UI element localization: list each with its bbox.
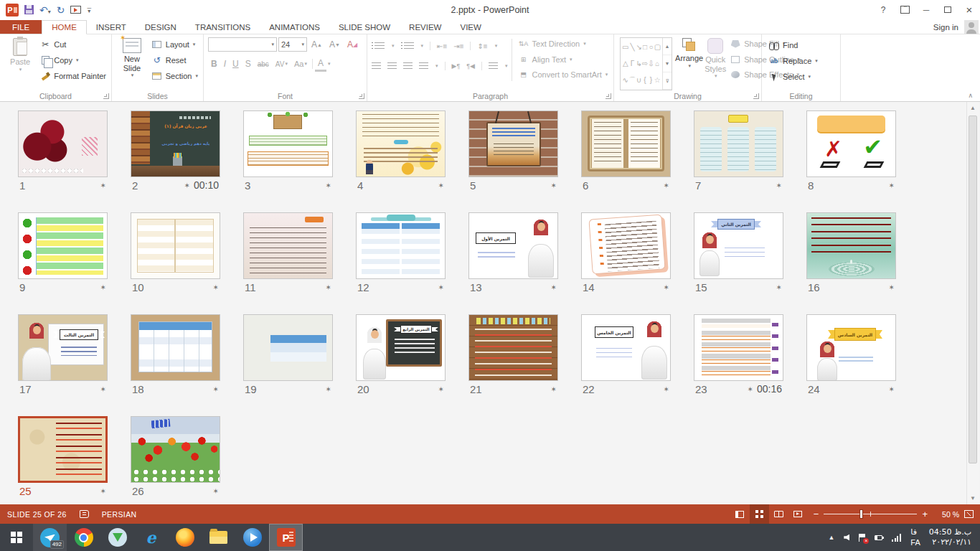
replace-button[interactable]: abReplace▾ <box>766 53 820 69</box>
network-signal-icon[interactable] <box>892 534 901 542</box>
slide-thumbnail-1[interactable] <box>18 110 108 177</box>
shape-icon[interactable]: ▢ <box>654 42 661 53</box>
shrink-font-button[interactable]: A▼ <box>326 37 343 52</box>
shapes-more-icon[interactable]: ⊽ <box>663 72 672 90</box>
paste-button[interactable]: Paste▾ <box>4 37 36 91</box>
spell-check-icon[interactable] <box>80 510 89 518</box>
slide-thumbnail-11[interactable] <box>243 212 333 279</box>
zoom-out-button[interactable]: − <box>814 509 819 519</box>
clock[interactable]: فا FA ب.ظ 04:50 ۲۰۲۲/۰۲/۱۱ <box>910 527 971 548</box>
increase-indent-icon[interactable]: ⇥≡ <box>453 38 463 54</box>
underline-button[interactable]: U <box>230 56 242 72</box>
text-direction-button[interactable]: ⇅AText Direction▾ <box>516 37 611 50</box>
grow-font-button[interactable]: A▲ <box>308 37 325 52</box>
align-left-icon[interactable] <box>372 62 381 70</box>
close-button[interactable]: × <box>958 0 980 19</box>
taskbar-internet-explorer[interactable]: e <box>134 524 168 551</box>
start-button[interactable] <box>0 524 33 551</box>
shape-icon[interactable]: } <box>648 75 654 86</box>
zoom-slider-thumb[interactable] <box>859 509 863 519</box>
clipboard-dialog-launcher-icon[interactable] <box>103 93 109 99</box>
slide-thumbnail-15[interactable]: التمرين الثاني <box>694 212 783 279</box>
format-painter-button[interactable]: Format Painter <box>37 68 108 84</box>
taskbar-file-explorer[interactable] <box>202 524 235 551</box>
ribbon-display-options-button[interactable] <box>894 0 915 19</box>
slide-thumbnail-18[interactable] <box>131 314 220 381</box>
ltr-direction-icon[interactable]: ▶¶ <box>452 58 461 74</box>
italic-button[interactable]: I <box>221 56 229 72</box>
zoom-level[interactable]: 50 % <box>933 510 959 519</box>
slide-thumbnail-13[interactable]: التمرين الأول <box>468 212 558 279</box>
character-spacing-button[interactable]: AV▾ <box>273 56 291 72</box>
bold-button[interactable]: B <box>208 56 220 72</box>
tab-home[interactable]: HOME <box>42 20 87 34</box>
slide-thumbnail-20[interactable]: التمرين الرابع <box>356 314 446 381</box>
copy-button[interactable]: Copy▾ <box>37 52 108 68</box>
scroll-down-icon[interactable]: ▼ <box>967 492 979 504</box>
font-color-button[interactable]: A <box>315 56 326 72</box>
help-button[interactable]: ? <box>872 0 894 19</box>
minimize-button[interactable]: ─ <box>915 0 937 19</box>
tab-animations[interactable]: ANIMATIONS <box>260 20 329 34</box>
slide-thumbnail-3[interactable] <box>243 110 333 177</box>
sign-in-link[interactable]: Sign in <box>933 23 958 32</box>
slide-thumbnail-6[interactable] <box>581 110 671 177</box>
slide-thumbnail-9[interactable] <box>18 212 108 279</box>
tab-design[interactable]: DESIGN <box>136 20 186 34</box>
action-center-flag-icon[interactable] <box>859 534 865 542</box>
tab-transitions[interactable]: TRANSITIONS <box>186 20 260 34</box>
taskbar-firefox[interactable] <box>168 524 202 551</box>
slide-thumbnail-22[interactable]: التمرين الخامس <box>581 314 671 381</box>
user-avatar[interactable] <box>964 20 979 34</box>
font-dialog-launcher-icon[interactable] <box>359 93 364 99</box>
line-spacing-icon[interactable]: ⇕≡ <box>477 38 487 54</box>
align-center-icon[interactable] <box>387 62 397 70</box>
font-name-combobox[interactable]: ▾ <box>208 37 277 52</box>
show-hidden-icons[interactable]: ▲ <box>828 534 834 541</box>
shape-icon[interactable]: Γ <box>628 58 636 70</box>
shape-icon[interactable]: ⌂ <box>654 58 661 70</box>
volume-icon[interactable] <box>844 534 849 541</box>
change-case-button[interactable]: Aa▾ <box>291 56 310 72</box>
shape-icon[interactable]: ╲ <box>628 42 636 53</box>
shape-icon[interactable]: { <box>642 75 648 86</box>
reading-view-button[interactable] <box>769 504 788 524</box>
normal-view-button[interactable] <box>730 504 750 524</box>
slide-thumbnail-5[interactable] <box>468 110 558 177</box>
save-icon[interactable] <box>24 5 34 14</box>
tab-slide-show[interactable]: SLIDE SHOW <box>329 20 400 34</box>
slide-thumbnail-12[interactable] <box>356 212 446 279</box>
shape-icon[interactable]: ∿ <box>622 75 628 86</box>
shapes-scroll-up-icon[interactable]: ▲ <box>663 38 672 55</box>
quick-styles-button[interactable]: Quick Styles▾ <box>705 37 726 91</box>
power-icon[interactable] <box>875 535 882 540</box>
taskbar-chrome[interactable] <box>67 524 100 551</box>
shape-icon[interactable]: ⇨ <box>642 58 648 70</box>
reset-button[interactable]: ↺Reset <box>149 52 200 68</box>
cut-button[interactable]: ✂Cut <box>37 37 108 52</box>
slide-thumbnail-26[interactable] <box>131 416 220 483</box>
strikethrough-button[interactable]: abc <box>255 56 272 72</box>
slide-thumbnail-14[interactable] <box>581 212 671 279</box>
scroll-up-icon[interactable]: ▲ <box>967 102 979 114</box>
shape-icon[interactable]: ↘ <box>636 42 641 53</box>
undo-icon[interactable]: ↶▾ <box>39 5 51 15</box>
slide-thumbnail-16[interactable] <box>806 212 896 279</box>
slide-thumbnail-8[interactable] <box>806 110 896 177</box>
shape-icon[interactable]: ☆ <box>654 75 661 86</box>
slide-thumbnail-2[interactable]: عربی زبان قرآن (۱)پایه دهم ریاضی و تجربی <box>131 110 220 177</box>
customize-qat-icon[interactable]: ─▾ <box>87 7 91 13</box>
tab-view[interactable]: VIEW <box>451 20 490 34</box>
taskbar-idm[interactable] <box>100 524 134 551</box>
tab-file[interactable]: FILE <box>0 20 42 34</box>
shape-icon[interactable]: ○ <box>648 42 654 53</box>
clear-formatting-button[interactable]: A◢ <box>344 37 360 52</box>
tab-insert[interactable]: INSERT <box>87 20 136 34</box>
vertical-scrollbar[interactable]: ▲ ▼ <box>966 102 979 504</box>
zoom-in-button[interactable]: + <box>922 509 928 519</box>
shape-icon[interactable]: ⌒ <box>628 75 636 86</box>
scrollbar-thumb[interactable] <box>969 116 977 463</box>
shape-icon[interactable]: □ <box>642 42 648 53</box>
slide-thumbnail-24[interactable]: التمرين السادس <box>806 314 896 381</box>
section-button[interactable]: Section▾ <box>149 68 200 84</box>
